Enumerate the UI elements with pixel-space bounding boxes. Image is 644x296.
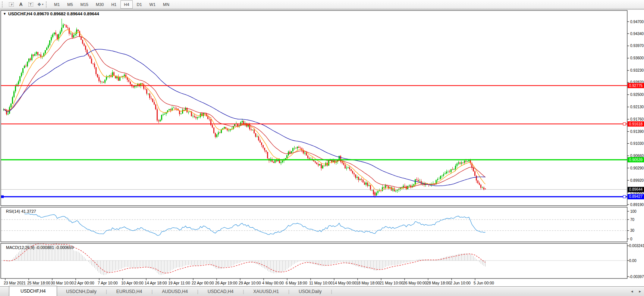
rsi-tick-label: 100	[630, 209, 637, 214]
macd-tick-label: -0.003976	[629, 275, 644, 279]
tab-scroll-arrows: ◂▸	[631, 289, 641, 294]
price-tick-label: 0.93600	[630, 56, 644, 60]
price-tick-label: 0.94340	[630, 32, 644, 36]
date-tick-label: 10 Apr 00:00	[121, 281, 144, 285]
date-tick-label: 6 May 18:00	[286, 281, 307, 285]
date-tick-label: 4 May 00:00	[262, 281, 284, 285]
date-tick-label: 5 Jun 00:00	[474, 281, 494, 285]
tab-audusd-h4[interactable]: AUDUSD,H4	[153, 287, 197, 296]
date-tick-label: 25 Mar 18:00	[27, 281, 50, 285]
chart-title: USDCHF,H4 0.89670 0.89682 0.89644 0.8964…	[8, 12, 99, 16]
hline-support-blue-handle[interactable]	[623, 195, 626, 198]
rsi-tick-label: 70	[630, 218, 635, 222]
tab-scroll-right-icon[interactable]: ▸	[639, 289, 641, 294]
price-flag-support-green-label: 0.90539	[629, 158, 643, 162]
price-tick-label: 0.92500	[630, 93, 644, 97]
price-flag-current-label: 0.89644	[629, 187, 643, 191]
tab-separator: |	[331, 289, 332, 294]
date-tick-label: 28 May 18:00	[427, 281, 450, 285]
tab-scroll-left-icon[interactable]: ◂	[631, 289, 633, 294]
price-tick-label: 0.91760	[630, 117, 644, 121]
tab-separator: |	[243, 289, 244, 294]
date-tick-label: 21 May 10:00	[380, 281, 403, 285]
price-tick-label: 0.89920	[630, 178, 644, 183]
price-flag-resistance-1-label: 0.92775	[629, 84, 643, 88]
price-tick-label: 0.90290	[630, 166, 644, 170]
date-tick-label: 14 Apr 18:00	[145, 281, 167, 285]
price-flag-support-blue-label: 0.89427	[629, 194, 643, 199]
date-tick-label: 11 May 10:00	[309, 281, 333, 285]
date-tick-label: 19 Apr 11:00	[168, 281, 190, 285]
tab-separator: |	[288, 289, 289, 294]
date-tick-label: 29 Apr 10:00	[239, 281, 261, 285]
date-tick-label: 23 Mar 2021	[4, 281, 26, 285]
tab-usoil-daily[interactable]: USOil,Daily	[290, 287, 330, 296]
hline-resistance-2-handle[interactable]	[623, 123, 626, 125]
hline-support-blue-anchor[interactable]	[1, 195, 4, 198]
pane-rsi[interactable]	[1, 207, 627, 242]
date-tick-label: 26 May 00:00	[403, 281, 427, 285]
macd-tick-label: 0.003241	[629, 244, 644, 248]
rsi-label: RSI(14) 41.3727	[6, 209, 36, 214]
price-flag-resistance-2-label: 0.91618	[629, 122, 643, 126]
price-tick-label: 0.93970	[630, 44, 644, 48]
chart-canvas[interactable]: 0.947000.943400.939700.936000.932300.928…	[0, 0, 644, 296]
price-tick-label: 0.94700	[630, 20, 644, 24]
price-tick-label: 0.93230	[630, 68, 644, 72]
date-tick-label: 7 Apr 10:00	[98, 281, 118, 285]
pane-price[interactable]	[1, 10, 627, 206]
date-tick-label: 22 Apr 00:00	[192, 281, 214, 285]
date-tick-label: 18 May 18:00	[356, 281, 380, 285]
tab-xauusd-h1[interactable]: XAUUSD,H1	[244, 287, 288, 296]
tab-separator: |	[197, 289, 198, 294]
price-tick-label: 0.91390	[630, 130, 644, 134]
date-tick-label: 14 May 00:00	[333, 281, 356, 285]
macd-label: MACD(12,26,9) -0.000881 -0.000659	[6, 245, 74, 250]
rsi-tick-label: 30	[630, 228, 635, 233]
date-tick-label: 30 Mar 10:00	[51, 281, 74, 285]
chart-tabbar: USDCHF,H4USDCNH,Daily|EURUSD,H4|AUDUSD,H…	[0, 286, 644, 296]
date-tick-label: 2 Apr 00:00	[74, 281, 94, 285]
macd-tick-label: 0.00	[629, 259, 637, 263]
price-tick-label: 0.89190	[630, 203, 644, 207]
date-tick-label: 2 Jun 10:00	[450, 281, 471, 285]
tab-separator: |	[151, 289, 153, 294]
tab-usdchf-h4[interactable]: USDCHF,H4	[9, 286, 57, 296]
price-tick-label: 0.91030	[630, 141, 644, 146]
rsi-tick-label: 0	[630, 237, 632, 241]
tab-usdcnh-daily[interactable]: USDCNH,Daily	[57, 287, 105, 296]
date-tick-label: 26 Apr 19:00	[215, 281, 238, 285]
chart-collapse-icon[interactable]: ▼	[3, 12, 6, 16]
tab-usdcad-h4[interactable]: USDCAD,H4	[199, 287, 242, 296]
tab-separator: |	[106, 289, 107, 294]
tab-eurusd-h4[interactable]: EURUSD,H4	[107, 287, 151, 296]
price-tick-label: 0.92130	[630, 105, 644, 109]
